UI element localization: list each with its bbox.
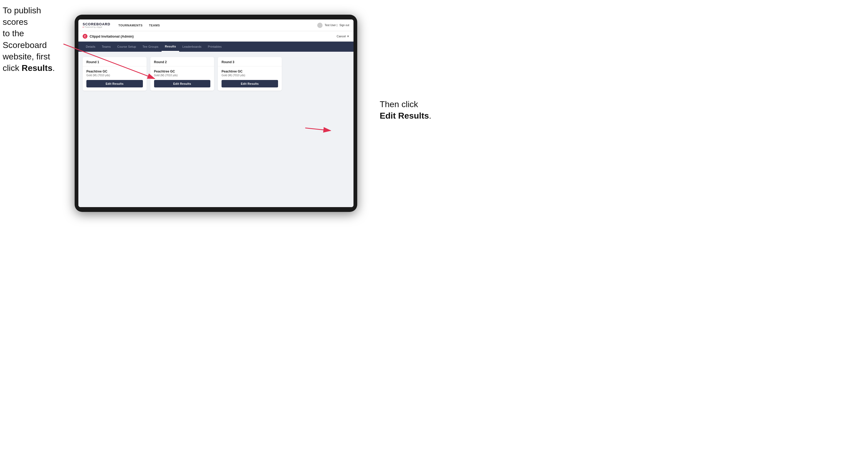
round-1-body: Peachtree GC Gold (M) (7010 yds) Edit Re… [83,66,147,91]
round-3-card: Round 3 Peachtree GC Gold (M) (7010 yds)… [218,57,282,91]
tab-details[interactable]: Details [83,41,99,52]
tournament-icon: C [83,34,87,39]
round-3-header: Round 3 [218,57,282,66]
cancel-x-icon: ✕ [347,35,349,38]
round-1-course-details: Gold (M) (7010 yds) [86,74,143,77]
round-3-course-details: Gold (M) (7010 yds) [221,74,278,77]
round-3-edit-results-button[interactable]: Edit Results [221,80,278,87]
logo-area: SCOREBOARD c Powered by clippd [83,22,111,28]
tab-results[interactable]: Results [161,41,179,52]
instruction-right: Then click Edit Results. [380,99,431,122]
nav-right: Test User | Sign out [317,23,349,28]
user-avatar [317,23,322,28]
sign-out-link[interactable]: Sign out [339,24,349,27]
round-3-body: Peachtree GC Gold (M) (7010 yds) Edit Re… [218,66,282,91]
tab-bar: Details Teams Course Setup Tee Groups Re… [79,41,353,52]
tab-tee-groups[interactable]: Tee Groups [140,41,162,52]
round-1-card: Round 1 Peachtree GC Gold (M) (7010 yds)… [83,57,147,91]
round-2-edit-results-button[interactable]: Edit Results [154,80,211,87]
cancel-button[interactable]: Cancel ✕ [337,35,349,38]
round-2-body: Peachtree GC Gold (M) (7010 yds) Edit Re… [150,66,214,91]
round-2-card: Round 2 Peachtree GC Gold (M) (7010 yds)… [150,57,214,91]
round-2-header: Round 2 [150,57,214,66]
round-3-course-name: Peachtree GC [221,69,278,73]
tournament-header: C Clippd Invitational (Admin) Cancel ✕ [79,31,353,41]
round-1-course-name: Peachtree GC [86,69,143,73]
round-1-edit-results-button[interactable]: Edit Results [86,80,143,87]
logo-text: SCOREBOARD [83,22,111,26]
round-2-course-name: Peachtree GC [154,69,211,73]
round-1-header: Round 1 [83,57,147,66]
nav-teams[interactable]: TEAMS [149,24,160,27]
top-nav: SCOREBOARD c Powered by clippd TOURNAMEN… [79,20,353,31]
tab-printables[interactable]: Printables [205,41,225,52]
tab-teams[interactable]: Teams [99,41,114,52]
logo-subtext: c Powered by clippd [83,26,111,28]
main-content: Round 1 Peachtree GC Gold (M) (7010 yds)… [79,52,353,207]
nav-links: TOURNAMENTS TEAMS [118,24,317,27]
tab-leaderboards[interactable]: Leaderboards [179,41,205,52]
instruction-left: To publish scores to the Scoreboard webs… [3,5,67,74]
round-4-empty [285,57,349,91]
nav-user-text: Test User | [325,24,338,27]
rounds-grid: Round 1 Peachtree GC Gold (M) (7010 yds)… [83,57,349,91]
tournament-name: Clippd Invitational (Admin) [90,34,133,38]
tournament-title-area: C Clippd Invitational (Admin) [83,34,133,39]
round-2-course-details: Gold (M) (7010 yds) [154,74,211,77]
nav-tournaments[interactable]: TOURNAMENTS [118,24,143,27]
tab-course-setup[interactable]: Course Setup [114,41,140,52]
tablet-screen: SCOREBOARD c Powered by clippd TOURNAMEN… [79,20,353,207]
tablet-device: SCOREBOARD c Powered by clippd TOURNAMEN… [75,15,357,212]
